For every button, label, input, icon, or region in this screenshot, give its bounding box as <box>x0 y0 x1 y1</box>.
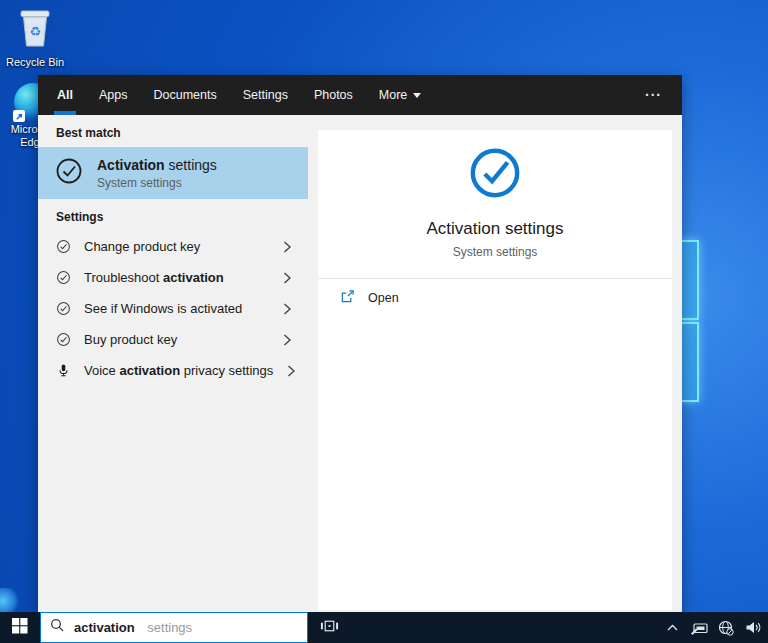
preview-subtitle: System settings <box>318 245 672 259</box>
result-buy-product-key[interactable]: Buy product key <box>38 324 308 355</box>
result-troubleshoot-activation[interactable]: Troubleshoot activation <box>38 262 308 293</box>
best-match-result[interactable]: Activation settings System settings <box>38 147 308 199</box>
ellipsis-icon: ··· <box>645 87 662 103</box>
shortcut-arrow-icon <box>13 110 25 122</box>
preview-pane: Activation settings System settings Open <box>308 115 682 612</box>
chevron-down-icon <box>413 93 421 98</box>
wallpaper-glow-rect <box>680 322 699 402</box>
best-match-header: Best match <box>38 115 308 147</box>
tray-volume-icon[interactable] <box>742 612 764 643</box>
chevron-right-icon <box>282 240 292 254</box>
chevron-right-icon <box>282 271 292 285</box>
taskbar: activation settings <box>0 612 768 643</box>
tab-documents[interactable]: Documents <box>140 75 229 115</box>
system-tray <box>661 612 768 643</box>
check-circle-icon <box>56 301 71 316</box>
search-icon <box>50 618 65 637</box>
overflow-menu-button[interactable]: ··· <box>625 75 682 115</box>
windows-desktop: { "colors": { "accent": "#0078d7", "best… <box>0 0 768 643</box>
tray-chevron-up-icon[interactable] <box>661 612 683 643</box>
search-results-pane: Best match Activation settings System se… <box>38 115 308 612</box>
check-circle-icon <box>56 270 71 285</box>
taskbar-search-box[interactable]: activation settings <box>40 612 308 643</box>
tab-apps[interactable]: Apps <box>86 75 141 115</box>
check-circle-icon <box>56 332 71 347</box>
recycle-bin-label: Recycle Bin <box>5 56 65 69</box>
open-action[interactable]: Open <box>318 279 672 317</box>
chevron-right-icon <box>282 302 292 316</box>
task-view-button[interactable] <box>308 612 350 643</box>
best-match-subtitle: System settings <box>97 176 217 190</box>
svg-text:♻: ♻ <box>29 24 41 39</box>
open-action-label: Open <box>368 291 399 305</box>
task-view-icon <box>320 618 339 638</box>
preview-card: Activation settings System settings Open <box>318 130 672 610</box>
tray-pen-input-icon[interactable] <box>688 612 710 643</box>
windows-logo-icon <box>12 618 28 638</box>
tab-settings[interactable]: Settings <box>230 75 301 115</box>
search-input-suggestion-text: settings <box>144 620 192 635</box>
recycle-bin-icon: ♻ <box>14 36 56 53</box>
wallpaper-corner-glow <box>0 588 20 614</box>
check-circle-icon <box>54 156 84 190</box>
best-match-title: Activation settings <box>97 157 217 173</box>
microphone-icon <box>56 363 71 378</box>
desktop-icon-recycle-bin[interactable]: ♻ Recycle Bin <box>5 6 65 69</box>
result-see-if-windows-activated[interactable]: See if Windows is activated <box>38 293 308 324</box>
search-flyout: All Apps Documents Settings Photos More … <box>38 75 682 612</box>
tab-photos[interactable]: Photos <box>301 75 366 115</box>
result-voice-activation-privacy[interactable]: Voice activation privacy settings <box>38 355 308 386</box>
search-filter-tabbar: All Apps Documents Settings Photos More … <box>38 75 682 115</box>
tab-all[interactable]: All <box>44 75 86 115</box>
search-input-typed-text: activation <box>74 620 135 635</box>
chevron-right-icon <box>282 333 292 347</box>
start-button[interactable] <box>0 612 40 643</box>
wallpaper-glow-rect <box>680 240 699 320</box>
tab-more[interactable]: More <box>366 75 434 115</box>
preview-title: Activation settings <box>318 219 672 239</box>
check-circle-icon <box>56 239 71 254</box>
check-circle-large-icon <box>468 186 522 203</box>
tray-globe-offline-icon[interactable] <box>715 612 737 643</box>
settings-section-header: Settings <box>38 199 308 231</box>
open-launch-icon <box>340 289 355 307</box>
chevron-right-icon <box>286 364 296 378</box>
result-change-product-key[interactable]: Change product key <box>38 231 308 262</box>
